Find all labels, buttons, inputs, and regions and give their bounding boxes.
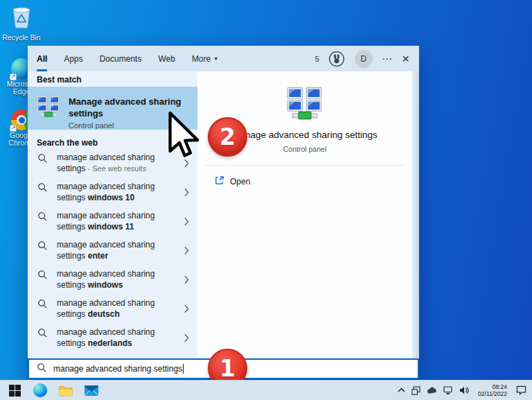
web-suggestion[interactable]: manage advanced sharing settings windows (28, 266, 197, 295)
mail-icon (85, 385, 98, 396)
chevron-right-icon[interactable] (184, 245, 189, 258)
search-icon (37, 299, 48, 324)
suggestion-text: manage advanced sharing settings enter (57, 239, 169, 266)
tab-label: Apps (64, 54, 82, 64)
web-suggestion[interactable]: manage advanced sharing settings windows… (28, 179, 197, 208)
preview-panel: Manage advanced sharing settings Control… (197, 71, 412, 358)
suggestion-text: manage advanced sharing settings - See w… (57, 152, 169, 179)
web-suggestion-list: manage advanced sharing settings - See w… (28, 150, 197, 354)
action-center-icon[interactable] (516, 385, 526, 395)
search-input-value: manage advanced sharing settings (53, 364, 182, 374)
search-icon (37, 153, 48, 179)
tab-apps[interactable]: Apps (64, 46, 82, 71)
suggestion-text: manage advanced sharing settings deutsch (57, 297, 169, 324)
open-action[interactable]: Open (215, 175, 250, 188)
chevron-right-icon[interactable] (184, 187, 189, 200)
tab-label: Web (158, 54, 175, 64)
best-match-subtitle: Control panel (69, 121, 183, 130)
mouse-cursor-icon (168, 112, 200, 162)
web-suggestion[interactable]: manage advanced sharing settings enter (28, 237, 197, 266)
taskbar: 08:24 02/11/2022 (0, 380, 532, 400)
tabs: AllAppsDocumentsWebMore▼ (37, 46, 218, 71)
taskbar-clock[interactable]: 08:24 02/11/2022 (478, 383, 507, 397)
web-suggestion[interactable]: manage advanced sharing settings windows… (28, 208, 197, 237)
web-suggestion[interactable]: manage advanced sharing settings deutsch (28, 295, 197, 324)
network-sharing-icon-large (197, 87, 412, 120)
open-icon (215, 175, 224, 188)
chevron-right-icon[interactable] (184, 275, 189, 287)
annotation-step-2: 2 (208, 117, 247, 157)
edge-icon (33, 383, 47, 397)
search-flyout-window: AllAppsDocumentsWebMore▼ 5 D ⋯ × Best ma… (28, 46, 419, 379)
web-suggestion[interactable]: manage advanced sharing settings nederla… (28, 324, 197, 354)
shortcut-arrow-icon: ↗ (10, 73, 17, 80)
rewards-medal-icon[interactable] (328, 50, 346, 67)
start-button[interactable] (8, 383, 21, 397)
user-avatar[interactable]: D (355, 50, 373, 68)
chevron-right-icon[interactable] (184, 333, 189, 345)
search-icon (37, 363, 47, 376)
more-options-icon[interactable]: ⋯ (382, 53, 393, 65)
chevron-right-icon[interactable] (184, 304, 189, 316)
search-icon (37, 270, 48, 295)
network-icon[interactable] (443, 386, 453, 394)
suggestion-text: manage advanced sharing settings windows… (57, 210, 169, 237)
suggestion-text: manage advanced sharing settings windows… (57, 181, 169, 208)
taskbar-mail-button[interactable] (85, 383, 98, 397)
search-icon (37, 241, 48, 266)
best-match-title: Manage advanced sharing settings (69, 96, 183, 119)
tab-label: More (192, 54, 211, 64)
chevron-down-icon: ▼ (213, 56, 218, 61)
window-edge-strip (412, 71, 419, 358)
chevron-right-icon[interactable] (184, 216, 189, 229)
search-header: AllAppsDocumentsWebMore▼ 5 D ⋯ × (28, 46, 419, 71)
rewards-count: 5 (315, 55, 319, 63)
tab-more[interactable]: More▼ (192, 46, 218, 71)
system-tray: 08:24 02/11/2022 (398, 383, 526, 397)
desktop-icon-recycle-bin[interactable]: Recycle Bin (1, 3, 42, 42)
desktop-icon-label: Recycle Bin (2, 34, 40, 42)
open-label: Open (230, 177, 250, 186)
shortcut-arrow-icon: ↗ (10, 125, 17, 132)
search-icon (37, 328, 48, 354)
divider (204, 165, 405, 166)
network-sharing-icon (37, 96, 60, 120)
tab-label: Documents (100, 54, 142, 64)
suggestion-text: manage advanced sharing settings nederla… (57, 327, 169, 354)
clock-time: 08:24 (478, 383, 507, 390)
onedrive-cloud-icon[interactable] (427, 387, 437, 394)
taskbar-file-explorer-button[interactable] (59, 383, 73, 397)
tab-web[interactable]: Web (158, 46, 175, 71)
tab-all[interactable]: All (37, 46, 47, 71)
close-icon[interactable]: × (402, 52, 409, 65)
screen: Recycle Bin ↗ Microsoft Edge ↗ Google Ch… (0, 0, 532, 400)
windows-logo-icon (9, 385, 21, 397)
tab-label: All (37, 54, 47, 64)
taskbar-edge-button[interactable] (33, 383, 47, 397)
speaker-icon[interactable] (459, 386, 469, 394)
header-right-cluster: 5 D ⋯ × (315, 46, 409, 71)
search-icon (37, 182, 48, 208)
tray-chevron-up-icon[interactable] (398, 388, 405, 393)
folder-icon (59, 385, 73, 397)
tab-documents[interactable]: Documents (100, 46, 142, 71)
text-caret (183, 364, 184, 374)
recycle-bin-icon (9, 3, 34, 33)
suggestion-text: manage advanced sharing settings windows (57, 268, 169, 295)
clock-date: 02/11/2022 (478, 390, 507, 397)
best-match-header: Best match (37, 75, 197, 85)
tray-windows-app-icon[interactable] (411, 386, 420, 395)
search-icon (37, 211, 48, 237)
